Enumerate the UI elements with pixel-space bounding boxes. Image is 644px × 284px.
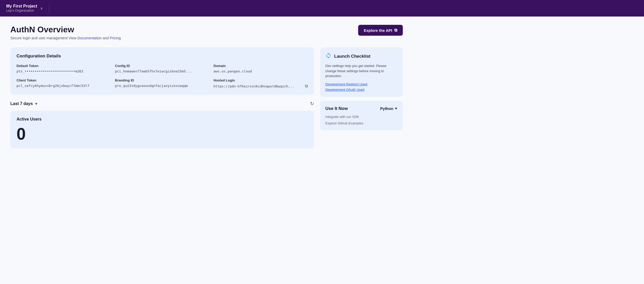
config-item-hosted-login: Hosted Login https://pdn-hfkezrssnkcdhnq… [214,78,308,88]
right-column: Launch Checklist Dev settings help you g… [320,47,403,130]
content-layout: Configuration Details Default Token pts_… [10,47,403,148]
time-filter-label: Last 7 days [10,101,33,106]
config-item-config-id: Config ID pci_hnmawevf7awb5fhv7eiwcgisbn… [115,64,209,73]
config-card: Configuration Details Default Token pts_… [10,47,314,95]
language-dropdown[interactable]: Python ▼ [380,106,398,111]
launch-checklist-icon [325,53,332,60]
left-column: Configuration Details Default Token pts_… [10,47,314,148]
config-item-client-token: Client Token pcl_sefcykhymuzvbrg26jxbwyc… [17,78,111,88]
subtitle-prefix: Secure login and user management View [10,36,77,40]
checklist-link-dev-redirect[interactable]: Development Redirect Used [325,82,398,86]
project-dropdown-chevron[interactable]: ∨ [40,6,43,10]
config-value-hosted-login: https://pdn-hfkezrssnkcdhnqwstdbwqzch... [214,84,303,88]
config-value-domain: aws.us.pangea.cloud [214,69,308,73]
checklist-link-dev-oauth[interactable]: Development OAuth Used [325,88,398,92]
config-value-config-id: pci_hnmawevf7awb5fhv7eiwcgisbne25m5... [115,69,209,73]
config-grid: Default Token pts_••••••••••••••••••••••… [17,64,308,88]
project-info: My First Project Lep's Organization [6,4,37,12]
config-label-client-token: Client Token [17,78,111,82]
org-name: Lep's Organization [6,9,37,12]
config-label-hosted-login: Hosted Login [214,78,308,82]
use-it-github-link[interactable]: Explore Github Examples [325,121,398,125]
hosted-login-row: https://pdn-hfkezrssnkcdhnqwstdbwqzch...… [214,84,308,88]
project-name: My First Project [6,4,37,9]
config-label-branding-id: Branding ID [115,78,209,82]
config-item-default-token: Default Token pts_••••••••••••••••••••••… [17,64,111,73]
active-users-title: Active Users [17,117,308,122]
hosted-login-external-icon[interactable]: ⧉ [305,84,308,88]
launch-checklist-card: Launch Checklist Dev settings help you g… [320,47,403,97]
use-it-sdk-link[interactable]: Integrate with our SDK [325,115,398,119]
time-filter-dropdown[interactable]: Last 7 days ▼ [10,101,38,106]
use-it-now-header: Use It Now Python ▼ [325,106,398,111]
refresh-icon[interactable]: ↻ [310,101,314,107]
documentation-link[interactable]: Documentation [77,36,102,40]
stats-header: Last 7 days ▼ ↻ [10,101,314,107]
launch-checklist-description: Dev settings help you get started. Pleas… [325,63,398,79]
active-users-count: 0 [17,126,308,142]
explore-api-label: Explore the API [364,28,392,33]
page-subtitle: Secure login and user management View Do… [10,36,121,40]
page-title: AuthN Overview [10,25,121,34]
subtitle-sep: and [102,36,110,40]
config-value-branding-id: pro_qu23zdygxaouudqnfacjazyizoxzwqqm [115,84,209,88]
top-header: My First Project Lep's Organization ∨ [0,0,644,17]
explore-api-button[interactable]: Explore the API ⧉ [358,25,403,36]
main-content: AuthN Overview Secure login and user man… [0,17,413,157]
external-link-icon: ⧉ [394,28,397,33]
use-it-now-title: Use It Now [325,106,348,111]
language-label: Python [380,106,393,111]
config-card-title: Configuration Details [17,54,308,59]
config-label-domain: Domain [214,64,308,68]
config-label-config-id: Config ID [115,64,209,68]
config-label-default-token: Default Token [17,64,111,68]
config-item-branding-id: Branding ID pro_qu23zdygxaouudqnfacjazyi… [115,78,209,88]
launch-checklist-title: Launch Checklist [334,54,371,59]
page-header: AuthN Overview Secure login and user man… [10,25,403,40]
time-filter-chevron: ▼ [34,102,38,106]
config-value-default-token: pts_•••••••••••••••••••••••••m263 [17,69,111,73]
use-it-now-card: Use It Now Python ▼ Integrate with our S… [320,101,403,130]
language-chevron: ▼ [394,107,398,110]
active-users-card: Active Users 0 [10,111,314,148]
header-divider [49,3,49,13]
pricing-link[interactable]: Pricing [110,36,121,40]
launch-checklist-header: Launch Checklist [325,53,398,60]
config-item-domain: Domain aws.us.pangea.cloud [214,64,308,73]
page-title-section: AuthN Overview Secure login and user man… [10,25,121,40]
config-value-client-token: pcl_sefcykhymuzvbrg26jxbwycf7mmc53l7 [17,84,111,88]
